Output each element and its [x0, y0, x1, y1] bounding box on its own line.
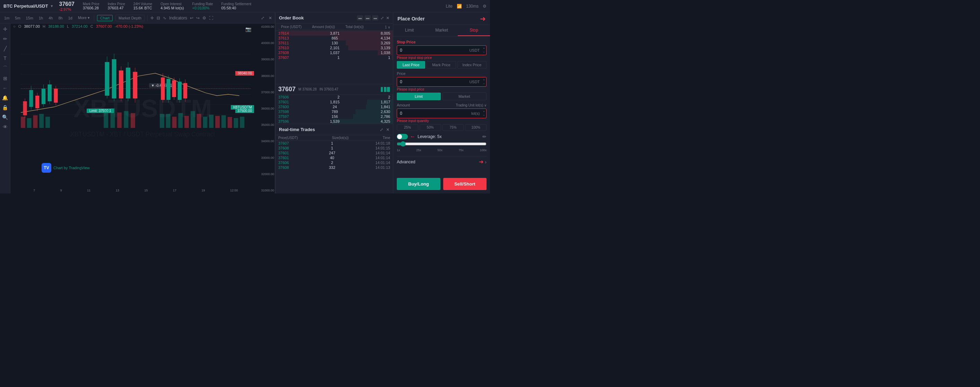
- chart-settings-icon[interactable]: ⚙: [202, 16, 206, 21]
- svg-rect-63: [240, 117, 244, 128]
- symbol-name[interactable]: BTC Perpetual/USDT: [3, 3, 48, 9]
- redo-icon[interactable]: ↪: [196, 16, 200, 21]
- ob-multiplier[interactable]: 1 ∨: [385, 25, 390, 29]
- stop-price-input[interactable]: [397, 46, 467, 55]
- svg-rect-58: [209, 115, 213, 128]
- advanced-section: Advanced ➜ ›: [397, 156, 487, 167]
- sell-short-button[interactable]: Sell/Short: [443, 178, 487, 190]
- time-15m[interactable]: 15m: [25, 15, 35, 21]
- eye-icon[interactable]: 👁: [3, 124, 8, 130]
- ob-close-icon[interactable]: ✕: [386, 16, 390, 21]
- time-1h[interactable]: 1h: [37, 15, 45, 21]
- amount-decrement[interactable]: −: [483, 113, 485, 117]
- buy-long-button[interactable]: Buy/Long: [397, 178, 441, 190]
- price-alert-icon[interactable]: 🔔: [2, 95, 8, 100]
- time-more[interactable]: More ▾: [76, 15, 91, 21]
- close-icon[interactable]: ✕: [269, 16, 272, 21]
- bid-row[interactable]: 37600241,841: [275, 104, 393, 109]
- ask-row[interactable]: 376143,8718,005: [275, 31, 393, 36]
- ask-row[interactable]: 376102,1013,139: [275, 45, 393, 50]
- trigger-mark-price[interactable]: Mark Price: [426, 61, 456, 68]
- price-label: Price: [397, 72, 487, 76]
- zoom-tool-icon[interactable]: 🔍: [2, 115, 8, 120]
- funding-settlement-group: Funding Settlement 05:58:40: [221, 2, 251, 10]
- tab-stop[interactable]: Stop: [458, 25, 490, 36]
- text-tool-icon[interactable]: T: [3, 56, 6, 61]
- ohlc-c-label: C: [91, 24, 93, 29]
- stop-price-unit: USDT: [467, 48, 482, 53]
- ob-view-both[interactable]: ▬: [357, 15, 363, 21]
- trendline-icon[interactable]: ╱: [4, 46, 6, 51]
- trigger-index-price[interactable]: Index Price: [457, 61, 487, 68]
- amount-label-row: Amount Trading Unit lot(s) ∨: [397, 103, 487, 107]
- lite-button[interactable]: Lite: [446, 4, 453, 9]
- symbol-arrow[interactable]: ▼: [50, 4, 54, 8]
- ob-expand-icon[interactable]: ⤢: [380, 16, 384, 21]
- top-bar: BTC Perpetual/USDT ▼ 37607 -2.97% Mark P…: [0, 0, 490, 13]
- pct-25[interactable]: 25%: [397, 124, 418, 131]
- pct-100[interactable]: 100%: [465, 124, 487, 131]
- curve-tool-icon[interactable]: ⌒: [3, 65, 8, 72]
- settings-icon[interactable]: ⚙: [483, 4, 487, 9]
- bid-row[interactable]: 375961,5394,325: [275, 119, 393, 124]
- rt-expand-icon[interactable]: ⤢: [380, 127, 383, 132]
- price-decrement[interactable]: −: [483, 82, 485, 86]
- tab-limit[interactable]: Limit: [393, 25, 426, 36]
- ma-icon[interactable]: ∿: [163, 16, 166, 21]
- undo-icon[interactable]: ↩: [190, 16, 193, 21]
- ohlc-change: -470.00 (-1.23%): [115, 24, 143, 29]
- chart-view-button[interactable]: Chart: [97, 15, 113, 21]
- sub-tab-limit[interactable]: Limit: [397, 92, 441, 100]
- price-increment[interactable]: +: [483, 78, 485, 82]
- camera-icon[interactable]: 📷: [245, 26, 251, 32]
- ob-multiplier-row: Price (USDT) Amount (lot(s)) Total (lot(…: [275, 24, 393, 31]
- ask-row[interactable]: 376081,0371,038: [275, 50, 393, 55]
- stop-price-increment[interactable]: +: [483, 46, 485, 50]
- expand-icon[interactable]: ⤢: [261, 16, 264, 21]
- arrow-left-icon[interactable]: ←: [3, 85, 8, 91]
- bid-row[interactable]: 376011,8151,817: [275, 100, 393, 104]
- leverage-slider[interactable]: [397, 141, 487, 147]
- time-4h[interactable]: 4h: [47, 15, 54, 21]
- sub-tab-market[interactable]: Market: [442, 92, 487, 100]
- ask-row[interactable]: 376111303,269: [275, 41, 393, 45]
- candle-type-icon[interactable]: ⊟: [157, 16, 160, 21]
- fullscreen-icon[interactable]: ⛶: [209, 16, 213, 21]
- pct-75[interactable]: 75%: [442, 124, 464, 131]
- ohlc-close: 37607.00: [96, 24, 112, 29]
- bid-row[interactable]: 375971562,786: [275, 114, 393, 119]
- ask-row[interactable]: 376138654,134: [275, 36, 393, 41]
- measure-tool-icon[interactable]: ⊞: [3, 76, 7, 81]
- time-1m[interactable]: 1m: [3, 15, 11, 21]
- price-input[interactable]: [397, 77, 467, 86]
- leverage-section: ← Leverage: 5x ✏ 1x 25x 50x 75x 100x: [397, 134, 487, 153]
- indicators-button[interactable]: Indicators: [169, 16, 187, 21]
- crosshair-tool-icon[interactable]: ✛: [3, 26, 7, 32]
- rt-close-icon[interactable]: ✕: [386, 127, 390, 132]
- time-5m[interactable]: 5m: [14, 15, 21, 21]
- time-1d[interactable]: 1d: [67, 15, 74, 21]
- ask-row[interactable]: 3760711: [275, 55, 393, 60]
- leverage-toggle[interactable]: [397, 134, 408, 139]
- ob-view-bids[interactable]: ▬: [372, 15, 379, 21]
- amount-input[interactable]: [397, 109, 469, 118]
- draw-tool-icon[interactable]: ✏: [3, 36, 7, 41]
- ob-view-asks[interactable]: ▬: [364, 15, 371, 21]
- time-8h[interactable]: 8h: [57, 15, 64, 21]
- market-depth-button[interactable]: Market Depth: [115, 15, 145, 21]
- svg-rect-62: [234, 118, 238, 128]
- leverage-edit-icon[interactable]: ✏: [482, 134, 487, 139]
- advanced-expand-icon[interactable]: ›: [485, 159, 487, 165]
- current-price: 37607: [59, 1, 75, 7]
- rt-row: 3760833214:01:13: [275, 165, 393, 170]
- bid-row[interactable]: 375987892,630: [275, 109, 393, 114]
- bid-row[interactable]: 3760622: [275, 95, 393, 100]
- tab-market[interactable]: Market: [426, 25, 458, 36]
- amount-increment[interactable]: +: [483, 110, 485, 113]
- lock-icon[interactable]: 🔒: [2, 105, 8, 110]
- svg-rect-57: [203, 117, 208, 128]
- trigger-last-price[interactable]: Last Price: [397, 61, 425, 68]
- crosshair-icon[interactable]: ✛: [150, 16, 154, 21]
- stop-price-decrement[interactable]: −: [483, 50, 485, 54]
- pct-50[interactable]: 50%: [420, 124, 441, 131]
